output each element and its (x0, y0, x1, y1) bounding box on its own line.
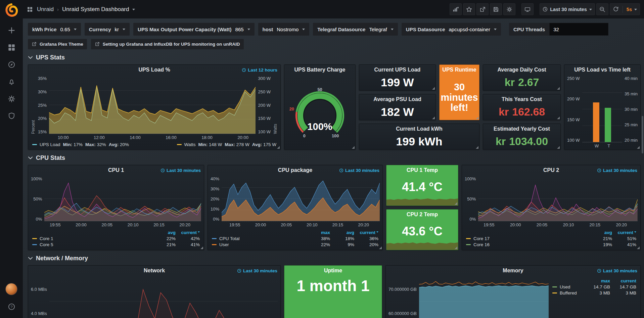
legend-label[interactable]: Watts (184, 142, 196, 147)
explore-icon[interactable] (7, 60, 15, 69)
page-scrollbar[interactable] (641, 0, 644, 318)
panel-header[interactable]: Average Daily Cost (483, 65, 560, 75)
panel-header[interactable]: CPU 2 Last 30 minutes (462, 165, 640, 175)
legend-label[interactable]: User (219, 242, 306, 247)
share-button[interactable] (476, 3, 489, 15)
panel-resize-handle[interactable] (432, 117, 435, 119)
panel-resize-handle[interactable] (277, 146, 280, 149)
legend-col-current[interactable]: current (615, 230, 636, 235)
plot-area[interactable] (478, 177, 638, 221)
scrollbar-thumb[interactable] (642, 116, 643, 153)
legend-col-current[interactable]: current (613, 278, 636, 283)
panel-resize-handle[interactable] (476, 146, 478, 149)
panel-resize-handle[interactable] (637, 246, 640, 249)
legend-item-ups-load[interactable]: UPS Load Min: 17% Max: 32% Avg: 20% (32, 142, 129, 147)
help-icon[interactable]: ? (7, 303, 15, 311)
legend-header[interactable]: max current (552, 278, 636, 284)
panel-resize-handle[interactable] (476, 117, 478, 119)
plot-area[interactable] (49, 277, 278, 318)
variable-value[interactable]: kr (115, 27, 119, 32)
panel-time-badge[interactable]: Last 12 hours (242, 67, 277, 73)
legend-col-max[interactable]: max (309, 230, 330, 235)
panel-time-badge[interactable]: Last 30 minutes (237, 268, 277, 273)
legend-label[interactable]: Used (560, 284, 584, 289)
panel-header[interactable]: CPU 2 Temp (386, 210, 458, 220)
legend-item[interactable]: Buffered 3 MB 3 MB (552, 290, 636, 296)
panel-resize-handle[interactable] (432, 87, 435, 90)
panel-header[interactable]: CPU package Last 30 minutes (208, 165, 382, 175)
legend-header[interactable]: avg current (32, 229, 200, 235)
panel-resize-handle[interactable] (455, 246, 457, 249)
alerting-bell-icon[interactable] (7, 78, 15, 86)
add-panel-button[interactable] (450, 3, 462, 15)
section-header-cpu-stats[interactable]: CPU Stats (28, 154, 641, 162)
breadcrumb-folder[interactable]: Unraid (37, 6, 54, 13)
variable-value[interactable]: Telegraf (369, 27, 387, 32)
panel-resize-handle[interactable] (379, 246, 382, 249)
panel-header[interactable]: Memory Last 30 minutes (386, 266, 640, 276)
time-range-picker[interactable]: Last 30 minutes (540, 3, 595, 15)
legend-col-avg[interactable]: avg (154, 230, 176, 235)
panel-header[interactable]: UPS Load % Last 12 hours (28, 65, 280, 75)
legend-col-current[interactable]: current (178, 230, 200, 235)
legend-label[interactable]: Core 17 (473, 236, 588, 241)
panel-resize-handle[interactable] (637, 146, 640, 149)
panel-resize-handle[interactable] (557, 87, 560, 90)
user-avatar[interactable] (5, 283, 17, 295)
plot-area[interactable] (222, 177, 380, 221)
create-icon[interactable] (7, 26, 15, 34)
panel-time-badge[interactable]: Last 30 minutes (597, 268, 637, 273)
legend-item[interactable]: Core 17 21% 51% (466, 235, 636, 241)
section-header-network-memory[interactable]: Network / Memory (28, 255, 641, 262)
dashboard-settings-button[interactable] (503, 3, 515, 15)
variable-currency[interactable]: Currencykr (85, 23, 130, 36)
panel-header[interactable]: CPU 1 Temp (386, 165, 458, 175)
panel-header[interactable]: Average PSU Load (359, 94, 435, 104)
legend-label[interactable]: Core 1 (40, 236, 151, 241)
variable-value[interactable]: apcupsd-container (449, 27, 490, 32)
legend-item[interactable]: Core 5 21% 41% (32, 241, 200, 247)
legend-item[interactable]: Used 14.7 GB 14.7 GB (552, 284, 636, 290)
server-admin-shield-icon[interactable] (7, 112, 15, 120)
variable-value[interactable]: 865 (235, 27, 244, 32)
refresh-interval-label[interactable]: 5s (627, 7, 632, 12)
legend-col-avg[interactable]: avg (591, 230, 612, 235)
plot-area[interactable] (419, 277, 549, 318)
panel-header[interactable]: Network Last 30 minutes (28, 266, 280, 276)
panel-header[interactable]: Current Load kWh (359, 124, 479, 134)
variable-value[interactable]: Nostromo (277, 27, 298, 32)
panel-header[interactable]: CPU 1 Last 30 minutes (28, 165, 204, 175)
legend-label[interactable]: Core 5 (40, 242, 151, 247)
panel-header[interactable]: Uptime (284, 266, 382, 276)
legend-header[interactable]: avg current (466, 229, 636, 235)
star-button[interactable] (463, 3, 475, 15)
variable-ups-datasource[interactable]: UPS Datasourceapcupsd-container (402, 23, 501, 36)
legend-label[interactable]: Core 16 (473, 242, 588, 247)
link-ups-monitoring-guide[interactable]: Setting up Grafana and InfluxDB for UPS … (91, 39, 244, 49)
bar-watts[interactable] (593, 102, 599, 142)
panel-resize-handle[interactable] (455, 202, 457, 205)
refresh-button[interactable]: 5s (610, 3, 640, 15)
panel-resize-handle[interactable] (557, 117, 560, 119)
legend-label[interactable]: CPU Total (219, 236, 306, 241)
legend-label[interactable]: UPS Load (40, 142, 60, 147)
panel-header[interactable]: UPS Load vs Time left (564, 65, 640, 75)
variable-kwh-price[interactable]: kWh Price0.65 (28, 23, 81, 36)
panel-time-badge[interactable]: Last 30 minutes (160, 168, 201, 173)
tv-mode-button[interactable] (521, 3, 534, 15)
grafana-logo[interactable] (4, 3, 19, 17)
bar-time-left[interactable] (605, 108, 611, 142)
variable-telegraf-datasource[interactable]: Telegraf DatasourceTelegraf (313, 23, 398, 36)
cpu-threads-input[interactable] (549, 23, 608, 36)
panel-resize-handle[interactable] (200, 246, 203, 249)
variable-value[interactable]: 0.65 (60, 27, 70, 32)
configuration-gear-icon[interactable] (7, 95, 15, 103)
variable-ups-max-output[interactable]: UPS Max Output Power Capacity (Watt)865 (133, 23, 255, 36)
legend-item[interactable]: CPU Total 38% 18% 36% (212, 235, 378, 241)
legend-header[interactable]: max avg current (212, 229, 378, 235)
plot-area[interactable] (49, 76, 256, 134)
legend-label[interactable]: Buffered (560, 290, 584, 296)
legend-item[interactable]: Core 16 19% 41% (466, 241, 636, 247)
plot-area[interactable] (44, 177, 201, 221)
legend-item-watts[interactable]: Watts Min: 148 W Max: 278 W Avg: 175 W (177, 142, 276, 147)
